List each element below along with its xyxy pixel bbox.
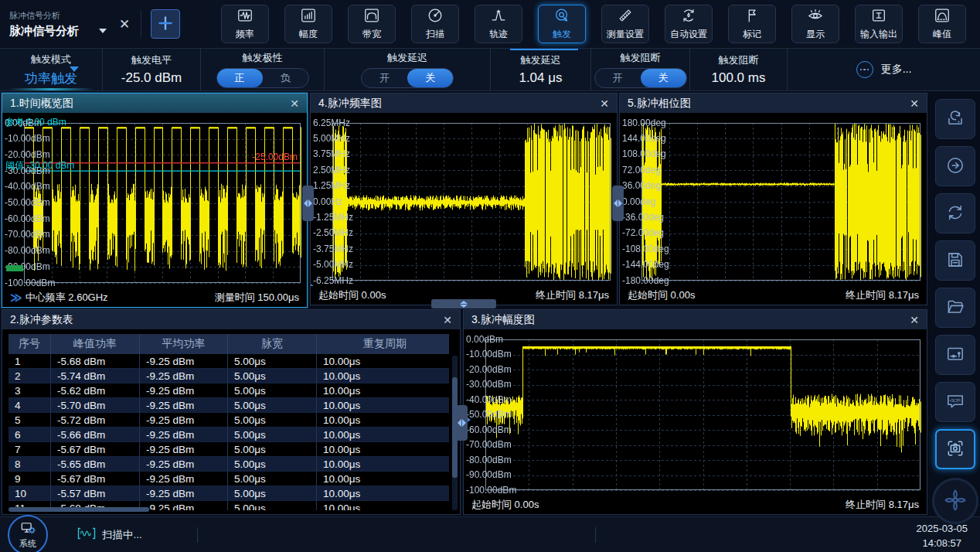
table-cell: 10.00μs bbox=[317, 428, 449, 441]
toolbar-button-frequency[interactable]: 频率 bbox=[221, 5, 269, 43]
table-cell: 5.00μs bbox=[228, 472, 317, 486]
toolbar-button-input-output[interactable]: 输入输出 bbox=[855, 5, 903, 43]
table-cell: -5.74 dBm bbox=[51, 369, 140, 383]
sidebar-button-front-panel[interactable] bbox=[935, 335, 975, 375]
toggle-option[interactable]: 关 bbox=[641, 69, 686, 87]
toolbar-button-auto-setup[interactable]: 自动设置 bbox=[665, 5, 713, 43]
table-row: 4-5.70 dBm-9.25 dBm5.00μs10.00μs bbox=[9, 398, 449, 413]
panel-title-bar[interactable]: 1.时间概览图 ✕ bbox=[2, 94, 307, 113]
panel-title: 4.脉冲频率图 bbox=[318, 97, 600, 111]
toggle-option[interactable]: 正 bbox=[217, 69, 263, 87]
sidebar-button-run[interactable] bbox=[935, 146, 975, 186]
toolbar-button-sweep[interactable]: 扫描 bbox=[411, 5, 459, 43]
panel-title-bar[interactable]: 4.脉冲频率图 ✕ bbox=[311, 94, 617, 113]
table-column-header: 脉宽 bbox=[228, 334, 317, 354]
panel-title: 5.脉冲相位图 bbox=[628, 97, 910, 111]
table-row: 1-5.68 dBm-9.25 dBm5.00μs10.00μs bbox=[9, 354, 449, 369]
toggle-switch[interactable]: 开关 bbox=[361, 68, 454, 88]
table-cell: -9.25 dBm bbox=[140, 383, 228, 397]
sidebar-button-save[interactable] bbox=[935, 240, 975, 281]
sidebar-button-scpi[interactable]: •SCPI bbox=[935, 382, 975, 422]
horizontal-scrollbar[interactable] bbox=[9, 507, 149, 512]
table-cell: -5.70 dBm bbox=[51, 398, 140, 412]
collapse-handle-icon[interactable] bbox=[311, 284, 318, 286]
top-toolbar: 脉冲信号分析 脉冲信号分析 ✕ 频率幅度带宽扫描轨迹触发测量设置自动设置标记显示… bbox=[0, 0, 980, 49]
toolbar-button-trigger[interactable]: 触发 bbox=[538, 5, 586, 43]
setting-toggle-2[interactable]: 触发极性正负 bbox=[201, 49, 325, 90]
panel-pulse-amplitude: 3.脉冲幅度图 ✕ 0.00dBm-10.00dBm-20.00dBm-30.0… bbox=[463, 309, 927, 515]
table-cell: 4 bbox=[9, 398, 51, 412]
table-cell: 5.00μs bbox=[228, 486, 317, 500]
sidebar-button-open-folder[interactable] bbox=[935, 288, 975, 328]
measure-time-label: 测量时间 150.00μs bbox=[215, 291, 299, 305]
plus-icon bbox=[156, 14, 175, 35]
navigation-wheel-button[interactable] bbox=[932, 478, 978, 524]
close-icon[interactable]: ✕ bbox=[910, 314, 919, 326]
table-cell: 10.00μs bbox=[317, 398, 449, 412]
toggle-switch[interactable]: 开关 bbox=[594, 68, 687, 88]
table-cell: -9.25 dBm bbox=[140, 486, 228, 500]
toolbar-button-peak[interactable]: 峰值 bbox=[918, 5, 966, 43]
setting-toggle-3[interactable]: 触发延迟开关 bbox=[325, 49, 491, 90]
app-tab-titles: 脉冲信号分析 脉冲信号分析 bbox=[9, 10, 107, 39]
vertical-splitter[interactable] bbox=[456, 405, 468, 441]
table-row: 10-5.57 dBm-9.25 dBm5.00μs10.00μs bbox=[9, 486, 449, 501]
more-label: 更多... bbox=[881, 63, 912, 77]
table-column-header: 平均功率 bbox=[140, 334, 228, 354]
panel-pulse-phase: 5.脉冲相位图 ✕ 180.00deg144.00deg108.00deg72.… bbox=[619, 93, 927, 305]
divider bbox=[595, 527, 596, 543]
toggle-option[interactable]: 开 bbox=[595, 69, 641, 87]
chevron-down-icon[interactable] bbox=[99, 29, 107, 33]
app-tab[interactable]: 脉冲信号分析 脉冲信号分析 ✕ bbox=[0, 0, 216, 48]
panel-title-bar[interactable]: 5.脉冲相位图 ✕ bbox=[620, 94, 927, 113]
system-button[interactable]: 系统 bbox=[8, 515, 48, 552]
close-icon[interactable]: ✕ bbox=[290, 97, 299, 110]
panel-title: 2.脉冲参数表 bbox=[10, 313, 443, 327]
add-measurement-button[interactable] bbox=[151, 9, 180, 39]
table-column-header: 重复周期 bbox=[317, 334, 449, 354]
sidebar-button-preset[interactable] bbox=[935, 99, 975, 139]
app-subtitle: 脉冲信号分析 bbox=[9, 10, 107, 22]
close-icon[interactable]: ✕ bbox=[600, 97, 609, 110]
trace-icon bbox=[490, 7, 507, 26]
panel-pulse-table: 2.脉冲参数表 ✕ 序号峰值功率平均功率脉宽重复周期 1-5.68 dBm-9.… bbox=[2, 309, 461, 515]
toolbar-button-bandwidth[interactable]: 带宽 bbox=[348, 5, 396, 43]
expand-chevrons-icon[interactable]: ≫ bbox=[10, 291, 22, 305]
close-icon[interactable]: ✕ bbox=[910, 97, 919, 110]
setting-toggle-5[interactable]: 触发阻断开关 bbox=[591, 49, 690, 90]
toggle-option[interactable]: 负 bbox=[263, 69, 308, 87]
close-tab-icon[interactable]: ✕ bbox=[119, 16, 130, 32]
center-frequency-label: 中心频率 2.60GHz bbox=[26, 291, 108, 305]
display-icon bbox=[807, 7, 824, 26]
table-cell: 10.00μs bbox=[317, 383, 449, 397]
toolbar-button-display[interactable]: 显示 bbox=[791, 5, 839, 43]
panel-footer: 起始时间 0.00s 终止时间 8.17μs bbox=[464, 496, 927, 514]
toolbar-button-amplitude[interactable]: 幅度 bbox=[284, 5, 332, 43]
close-icon[interactable]: ✕ bbox=[443, 314, 452, 326]
status-bar: 系统 扫描中... 2025-03-05 14:08:57 bbox=[0, 516, 980, 552]
toggle-switch[interactable]: 正负 bbox=[216, 68, 309, 88]
toolbar-button-trace[interactable]: 轨迹 bbox=[475, 5, 522, 43]
setting-dropdown-0[interactable]: 触发模式功率触发 bbox=[0, 49, 103, 90]
vertical-splitter[interactable] bbox=[612, 186, 624, 221]
panel-title-bar[interactable]: 2.脉冲参数表 ✕ bbox=[2, 310, 460, 329]
table-cell: 6 bbox=[9, 428, 51, 441]
pulse-amplitude-chart: 0.00dBm-10.00dBm-20.00dBm-30.00dBm-40.00… bbox=[464, 329, 927, 496]
more-settings-button[interactable]: 更多... bbox=[788, 49, 980, 90]
trigger-settings-row: 触发模式功率触发触发电平-25.0 dBm触发极性正负触发延迟开关触发延迟1.0… bbox=[0, 49, 980, 91]
sidebar-button-screenshot[interactable] bbox=[935, 429, 975, 469]
toolbar-button-meas-setup[interactable]: 测量设置 bbox=[601, 5, 649, 43]
table-row: 9-5.67 dBm-9.25 dBm5.00μs10.00μs bbox=[9, 472, 449, 486]
amplitude-icon bbox=[300, 7, 317, 26]
table-cell: 5.00μs bbox=[228, 398, 317, 412]
front-panel-icon bbox=[945, 344, 965, 366]
peak-icon bbox=[934, 7, 951, 26]
stop-time-label: 终止时间 8.17μs bbox=[846, 288, 919, 302]
sidebar-button-sync[interactable] bbox=[935, 193, 975, 233]
horizontal-splitter[interactable] bbox=[431, 299, 496, 308]
toolbar-button-marker[interactable]: 标记 bbox=[728, 5, 776, 43]
toggle-option[interactable]: 关 bbox=[407, 69, 453, 87]
panel-title-bar[interactable]: 3.脉冲幅度图 ✕ bbox=[464, 310, 927, 329]
vertical-splitter[interactable] bbox=[302, 186, 314, 221]
toggle-option[interactable]: 开 bbox=[362, 69, 407, 87]
